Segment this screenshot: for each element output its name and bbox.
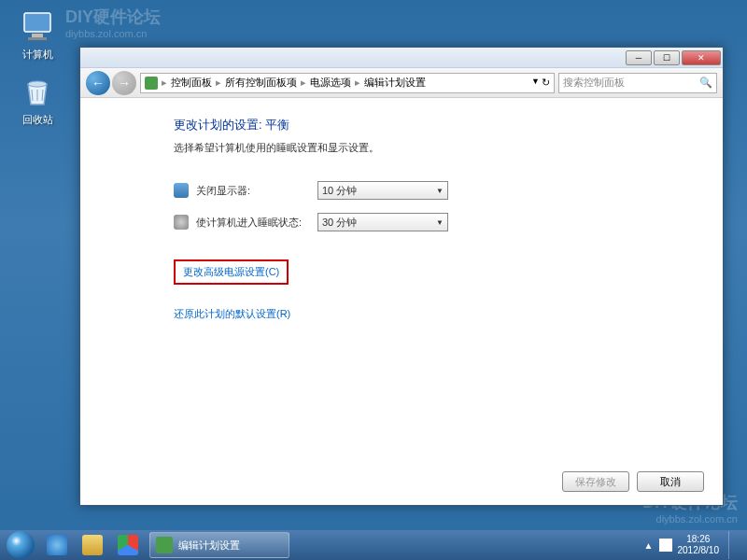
page-subtitle: 选择希望计算机使用的睡眠设置和显示设置。 (174, 141, 695, 155)
setting-label: 关闭显示器: (196, 184, 317, 198)
ie-icon (47, 535, 67, 555)
forward-button[interactable]: → (112, 71, 136, 95)
setting-display-off: 关闭显示器: 10 分钟 ▼ (174, 181, 695, 200)
chrome-icon (118, 535, 138, 555)
footer-buttons: 保存修改 取消 (562, 471, 704, 492)
nav-bar: ← → ▸ 控制面板 ▸ 所有控制面板项 ▸ 电源选项 ▸ 编辑计划设置 ▼ ↻… (80, 68, 723, 98)
breadcrumb-item[interactable]: 电源选项 (310, 76, 351, 90)
watermark: DIY硬件论坛 diybbs.zol.com.cn (65, 6, 161, 39)
svg-point-3 (28, 81, 47, 87)
breadcrumb[interactable]: ▸ 控制面板 ▸ 所有控制面板项 ▸ 电源选项 ▸ 编辑计划设置 ▼ ↻ (140, 73, 555, 93)
page-heading: 更改计划的设置: 平衡 (174, 117, 695, 133)
taskbar-ie[interactable] (40, 532, 74, 558)
search-icon: 🔍 (699, 77, 712, 89)
control-panel-icon (156, 537, 173, 553)
clock[interactable]: 18:26 2012/8/10 (678, 534, 720, 556)
desktop-icon-computer[interactable]: 计算机 (9, 7, 65, 62)
taskbar-chrome[interactable] (111, 532, 145, 558)
control-panel-icon (145, 77, 158, 90)
maximize-button[interactable]: ☐ (654, 50, 680, 65)
desktop-icon-label: 计算机 (9, 48, 65, 62)
windows-logo-icon (7, 531, 35, 559)
action-center-icon[interactable] (659, 539, 672, 552)
recycle-bin-icon (19, 73, 56, 110)
taskbar: 编辑计划设置 ▲ 18:26 2012/8/10 (0, 530, 747, 560)
explorer-icon (82, 535, 103, 555)
minimize-button[interactable]: ─ (626, 50, 652, 65)
start-button[interactable] (2, 531, 39, 559)
svg-rect-1 (32, 34, 43, 37)
svg-rect-2 (28, 37, 47, 40)
setting-sleep: 使计算机进入睡眠状态: 30 分钟 ▼ (174, 213, 695, 231)
display-icon (174, 183, 189, 198)
show-desktop-button[interactable] (728, 531, 738, 559)
taskbar-explorer[interactable] (76, 532, 109, 558)
title-bar: ─ ☐ ✕ (80, 48, 723, 68)
breadcrumb-item[interactable]: 控制面板 (171, 76, 212, 90)
chevron-down-icon: ▼ (436, 187, 444, 195)
desktop-icon-recycle[interactable]: 回收站 (9, 73, 65, 127)
system-tray: ▲ 18:26 2012/8/10 (637, 531, 745, 559)
search-input[interactable]: 搜索控制面板 🔍 (558, 73, 717, 93)
restore-defaults-link[interactable]: 还原此计划的默认设置(R) (174, 307, 695, 321)
sleep-icon (174, 215, 189, 230)
display-off-dropdown[interactable]: 10 分钟 ▼ (317, 181, 448, 200)
tray-arrow-icon[interactable]: ▲ (644, 540, 654, 551)
content-area: 更改计划的设置: 平衡 选择希望计算机使用的睡眠设置和显示设置。 关闭显示器: … (80, 98, 723, 468)
back-button[interactable]: ← (86, 71, 110, 95)
save-button[interactable]: 保存修改 (562, 471, 629, 492)
setting-label: 使计算机进入睡眠状态: (196, 216, 317, 230)
sleep-dropdown[interactable]: 30 分钟 ▼ (317, 213, 448, 231)
taskbar-app-active[interactable]: 编辑计划设置 (149, 532, 289, 558)
breadcrumb-item[interactable]: 编辑计划设置 (364, 76, 426, 90)
advanced-power-link[interactable]: 更改高级电源设置(C) (174, 259, 289, 285)
breadcrumb-item[interactable]: 所有控制面板项 (225, 76, 297, 90)
computer-icon (19, 7, 56, 45)
close-button[interactable]: ✕ (682, 50, 721, 65)
svg-rect-0 (24, 13, 50, 32)
desktop-icon-label: 回收站 (9, 113, 65, 127)
cancel-button[interactable]: 取消 (637, 471, 704, 492)
refresh-icon[interactable]: ↻ (542, 77, 550, 89)
chevron-down-icon: ▼ (436, 218, 444, 227)
dropdown-arrow-icon[interactable]: ▼ (531, 77, 540, 89)
control-panel-window: ─ ☐ ✕ ← → ▸ 控制面板 ▸ 所有控制面板项 ▸ 电源选项 ▸ 编辑计划… (79, 47, 724, 506)
